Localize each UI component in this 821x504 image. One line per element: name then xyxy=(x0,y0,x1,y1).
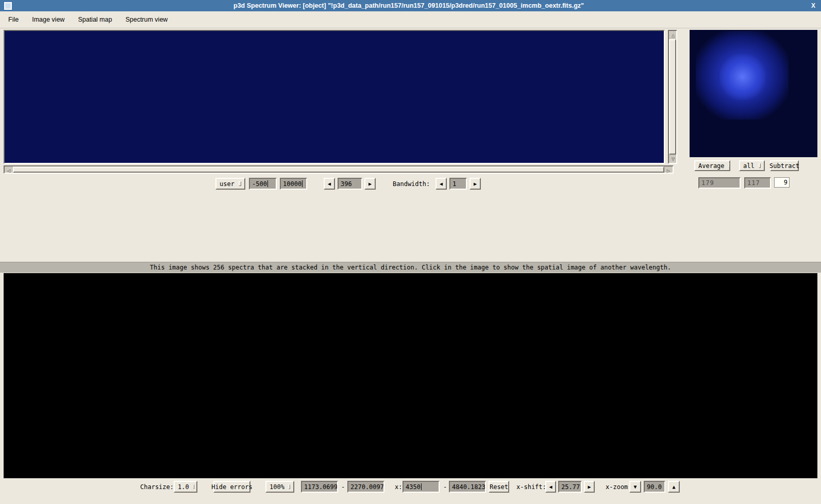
bandwidth-value: 1 xyxy=(453,180,456,188)
subtract-button-label: Subtract xyxy=(769,162,799,170)
x-shift-right-button[interactable]: ▶ xyxy=(584,481,595,493)
slice-field[interactable]: 396 xyxy=(338,178,362,190)
scale-mode-label: user xyxy=(220,180,234,188)
menu-item-file[interactable]: File xyxy=(8,16,19,23)
dash-text: - xyxy=(341,483,345,491)
scroll-left-icon[interactable]: ◁ xyxy=(5,166,13,175)
menu-item-image-view[interactable]: Image view xyxy=(32,16,64,23)
x-zoom-out-button[interactable]: ▼ xyxy=(629,481,641,493)
right-arrow-icon: ▶ xyxy=(368,181,372,187)
reset-button-label: Reset xyxy=(490,483,508,491)
window-icon[interactable] xyxy=(4,2,12,10)
all-dropdown-label: all xyxy=(743,162,755,170)
x-zoom-label: x-zoom: xyxy=(606,481,632,493)
slice-next-button[interactable]: ▶ xyxy=(364,178,376,190)
status-text: This image shows 256 spectra that are st… xyxy=(150,264,671,271)
bandwidth-increase-button[interactable]: ▶ xyxy=(470,178,481,190)
y-min-value: 1173.0699 xyxy=(304,483,338,491)
menu-item-spectrum-view[interactable]: Spectrum view xyxy=(125,16,167,23)
window-title: p3d Spectrum Viewer: [object] "!p3d_data… xyxy=(12,2,806,9)
text-cursor xyxy=(302,180,303,187)
charsize-value: 1.0 xyxy=(178,483,189,491)
text-cursor xyxy=(267,180,268,187)
zoom-dropdown[interactable]: 100% xyxy=(265,481,294,493)
vertical-scroll-thumb[interactable] xyxy=(669,39,676,155)
bandwidth-decrease-button[interactable]: ◀ xyxy=(435,178,447,190)
bandwidth-field[interactable]: 1 xyxy=(449,178,467,190)
x-label-text: x: xyxy=(395,483,402,491)
scale-min-field[interactable]: -500 xyxy=(249,178,277,190)
x-shift-value: 25.77 xyxy=(561,483,580,491)
scale-max-value: 10000 xyxy=(283,180,301,188)
horizontal-scroll-thumb[interactable] xyxy=(13,166,664,173)
scale-max-field[interactable]: 10000 xyxy=(280,178,307,190)
bandwidth-label-text: Bandwidth: xyxy=(393,180,430,188)
stacked-spectra-image[interactable] xyxy=(4,30,665,164)
x-shift-left-button[interactable]: ◀ xyxy=(545,481,556,493)
title-bar[interactable]: p3d Spectrum Viewer: [object] "!p3d_data… xyxy=(0,0,821,11)
p3d-spectrum-viewer-window: { "window": { "title": "p3d Spectrum Vie… xyxy=(0,0,821,504)
spaxel-count-value: 9 xyxy=(784,179,788,186)
scale-mode-dropdown[interactable]: user xyxy=(215,178,245,190)
x-max-value: 4840.1823 xyxy=(452,483,485,491)
text-cursor xyxy=(421,483,422,490)
option-menu-indicator-icon xyxy=(729,163,730,168)
scroll-right-icon[interactable]: ▷ xyxy=(664,166,673,175)
average-dropdown[interactable]: Average xyxy=(694,160,730,171)
charsize-dropdown[interactable]: 1.0 xyxy=(174,481,197,493)
x-shift-field[interactable]: 25.77 xyxy=(558,481,582,493)
zoom-value: 100% xyxy=(270,483,284,491)
horizontal-scrollbar[interactable]: ◁ ▷ xyxy=(4,165,674,174)
menu-item-spatial-map[interactable]: Spatial map xyxy=(78,16,112,23)
right-arrow-icon: ▶ xyxy=(588,484,591,490)
left-arrow-icon: ◀ xyxy=(440,181,443,187)
x-min-field[interactable]: 4350 xyxy=(403,481,440,493)
option-menu-indicator-icon xyxy=(759,163,761,168)
slice-previous-button[interactable]: ◀ xyxy=(324,178,335,190)
down-arrow-icon: ▼ xyxy=(633,484,636,490)
y-max-field[interactable]: 2270.0097 xyxy=(347,481,384,493)
status-bar: This image shows 256 spectra that are st… xyxy=(0,262,821,273)
close-icon[interactable]: X xyxy=(806,2,821,9)
dash-text: - xyxy=(443,483,447,491)
spaxel-y-field[interactable]: 117 xyxy=(744,177,771,189)
x-zoom-in-button[interactable]: ▲ xyxy=(668,481,680,493)
spatial-map[interactable] xyxy=(690,30,817,157)
x-range-label: x: xyxy=(395,481,402,493)
x-min-value: 4350 xyxy=(406,483,421,491)
slice-value: 396 xyxy=(341,180,352,188)
vertical-scrollbar[interactable]: △ ▽ xyxy=(668,30,677,164)
x-zoom-label-text: x-zoom: xyxy=(606,483,632,491)
reset-button[interactable]: Reset xyxy=(489,481,509,493)
hide-errors-button[interactable]: Hide errors xyxy=(213,481,250,493)
charsize-label-text: Charsize: xyxy=(140,483,174,491)
x-max-field[interactable]: 4840.1823 xyxy=(449,481,486,493)
left-arrow-icon: ◀ xyxy=(549,484,552,490)
charsize-label: Charsize: xyxy=(140,481,174,493)
option-menu-indicator-icon xyxy=(193,484,194,489)
menu-bar: FileImage viewSpatial mapSpectrum view xyxy=(0,11,821,28)
average-dropdown-label: Average xyxy=(698,162,725,170)
scroll-down-icon[interactable]: ▽ xyxy=(669,155,677,163)
bandwidth-label: Bandwidth: xyxy=(393,178,430,190)
option-menu-indicator-icon xyxy=(289,484,290,489)
spectrum-plot[interactable] xyxy=(4,273,817,478)
right-arrow-icon: ▶ xyxy=(474,181,477,187)
spatial-map-glow xyxy=(719,54,766,100)
scroll-up-icon[interactable]: △ xyxy=(669,31,677,39)
y-max-value: 2270.0097 xyxy=(350,483,384,491)
up-arrow-icon: ▲ xyxy=(672,484,675,490)
x-shift-label-text: x-shift: xyxy=(516,483,546,491)
spaxel-count-label: 9 xyxy=(774,177,790,188)
spaxel-x-value: 179 xyxy=(701,179,714,187)
scale-min-value: -500 xyxy=(252,180,267,188)
all-dropdown[interactable]: all xyxy=(739,160,765,171)
left-arrow-icon: ◀ xyxy=(328,181,331,187)
x-zoom-field[interactable]: 90.0 xyxy=(644,481,665,493)
option-menu-indicator-icon xyxy=(239,181,241,186)
y-min-field[interactable]: 1173.0699 xyxy=(301,481,338,493)
x-zoom-value: 90.0 xyxy=(647,483,662,491)
subtract-button[interactable]: Subtract xyxy=(770,160,799,171)
y-range-dash: - xyxy=(341,481,345,493)
spaxel-x-field[interactable]: 179 xyxy=(698,177,741,189)
